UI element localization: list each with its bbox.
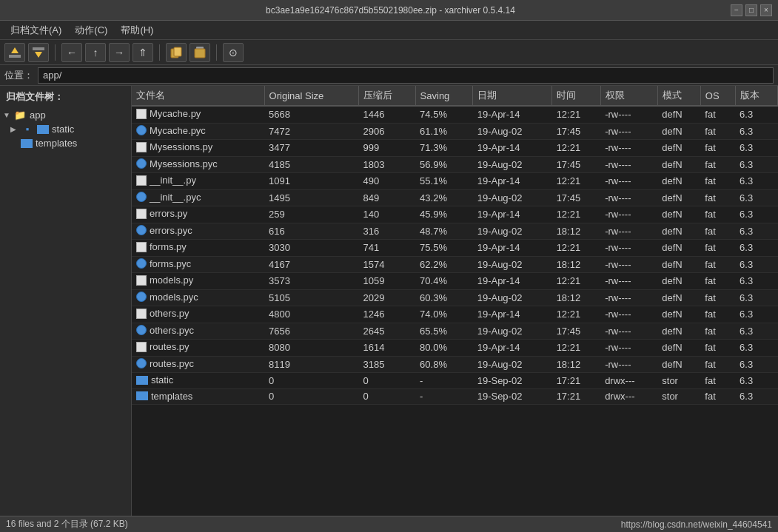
cell-os: fat	[700, 340, 735, 357]
cell-compressed: 1059	[359, 273, 415, 290]
status-left: 16 files and 2 个目录 (67.2 KB)	[6, 518, 128, 531]
menu-file[interactable]: 归档文件(A)	[4, 22, 67, 38]
cell-time: 12:21	[552, 106, 601, 123]
table-row[interactable]: forms.py303074175.5%19-Apr-1412:21-rw---…	[132, 240, 778, 257]
cell-perm: -rw----	[600, 189, 657, 206]
extract-button[interactable]	[28, 43, 49, 62]
cell-time: 17:21	[552, 388, 601, 405]
col-filename[interactable]: 文件名	[132, 86, 264, 106]
status-right: https://blog.csdn.net/weixin_44604541	[621, 519, 772, 530]
cell-filename: errors.py	[132, 206, 264, 223]
cell-mode: stor	[657, 388, 700, 405]
svg-rect-2	[33, 47, 44, 50]
cell-saving: 75.5%	[415, 240, 473, 257]
close-button[interactable]: ×	[760, 4, 772, 16]
col-time[interactable]: 时间	[552, 86, 601, 106]
copy-button[interactable]	[166, 43, 187, 62]
table-row[interactable]: forms.pyc4167157462.2%19-Aug-0218:12-rw-…	[132, 256, 778, 273]
col-saving[interactable]: Saving	[415, 86, 473, 106]
table-row[interactable]: errors.py25914045.9%19-Apr-1412:21-rw---…	[132, 206, 778, 223]
forward-button[interactable]: →	[109, 43, 130, 62]
cell-mode: defN	[657, 156, 700, 173]
cell-filename: forms.py	[132, 240, 264, 257]
stop-button[interactable]: ⊙	[223, 43, 244, 62]
paste-icon	[193, 46, 207, 59]
cell-date: 19-Apr-14	[473, 140, 552, 157]
col-ver[interactable]: 版本	[735, 86, 777, 106]
cell-os: fat	[700, 156, 735, 173]
pyc-file-icon	[136, 158, 147, 169]
maximize-button[interactable]: □	[745, 4, 757, 16]
tree-item-app[interactable]: ▼ 📁 app	[0, 108, 131, 122]
col-date[interactable]: 日期	[473, 86, 552, 106]
cell-ver: 6.3	[735, 356, 777, 373]
table-row[interactable]: routes.py8080161480.0%19-Apr-1412:21-rw-…	[132, 340, 778, 357]
paste-button[interactable]	[190, 43, 210, 62]
cell-mode: defN	[657, 140, 700, 157]
cell-origsize: 259	[264, 206, 359, 223]
table-row[interactable]: templates00-19-Sep-0217:21drwx---storfat…	[132, 388, 778, 405]
col-mode[interactable]: 模式	[657, 86, 700, 106]
table-row[interactable]: others.py4800124674.0%19-Apr-1412:21-rw-…	[132, 306, 778, 323]
toolbar: ← ↑ → ⇑ ⊙	[0, 40, 778, 65]
menu-help[interactable]: 帮助(H)	[115, 22, 159, 38]
cell-filename: __init__.py	[132, 173, 264, 190]
table-row[interactable]: static00-19-Sep-0217:21drwx---storfat6.3	[132, 373, 778, 389]
cell-perm: -rw----	[600, 306, 657, 323]
pyc-file-icon	[136, 325, 147, 335]
table-row[interactable]: models.py3573105970.4%19-Apr-1412:21-rw-…	[132, 273, 778, 290]
cell-time: 18:12	[552, 223, 601, 240]
table-row[interactable]: models.pyc5105202960.3%19-Aug-0218:12-rw…	[132, 289, 778, 306]
cell-os: fat	[700, 256, 735, 273]
table-row[interactable]: Mycache.pyc7472290661.1%19-Aug-0217:45-r…	[132, 123, 778, 140]
window-controls[interactable]: − □ ×	[731, 4, 772, 16]
up-button[interactable]: ↑	[85, 43, 106, 62]
menu-action[interactable]: 动作(C)	[69, 22, 113, 38]
cell-date: 19-Aug-02	[473, 156, 552, 173]
cell-date: 19-Aug-02	[473, 289, 552, 306]
cell-saving: 74.0%	[415, 306, 473, 323]
cell-mode: stor	[657, 373, 700, 389]
cell-os: fat	[700, 289, 735, 306]
cell-origsize: 3030	[264, 240, 359, 257]
table-row[interactable]: routes.pyc8119318560.8%19-Aug-0218:12-rw…	[132, 356, 778, 373]
table-row[interactable]: errors.pyc61631648.7%19-Aug-0218:12-rw--…	[132, 223, 778, 240]
cell-mode: defN	[657, 123, 700, 140]
col-perm[interactable]: 权限	[600, 86, 657, 106]
cell-os: fat	[700, 123, 735, 140]
tree-item-templates[interactable]: templates	[0, 136, 131, 150]
cell-os: fat	[700, 323, 735, 340]
dir-icon	[136, 376, 148, 385]
cell-ver: 6.3	[735, 156, 777, 173]
cell-perm: -rw----	[600, 240, 657, 257]
svg-rect-0	[9, 55, 21, 58]
cell-saving: 60.8%	[415, 356, 473, 373]
cell-perm: -rw----	[600, 173, 657, 190]
table-row[interactable]: others.pyc7656264565.5%19-Aug-0217:45-rw…	[132, 323, 778, 340]
cell-origsize: 4167	[264, 256, 359, 273]
file-area[interactable]: 文件名 Original Size 压缩后 Saving 日期 时间 权限 模式…	[132, 86, 778, 516]
table-row[interactable]: __init__.pyc149584943.2%19-Aug-0217:45-r…	[132, 189, 778, 206]
table-row[interactable]: Mysessions.py347799971.3%19-Apr-1412:21-…	[132, 140, 778, 157]
table-row[interactable]: Mysessions.pyc4185180356.9%19-Aug-0217:4…	[132, 156, 778, 173]
col-origsize[interactable]: Original Size	[264, 86, 359, 106]
tree-item-static[interactable]: ▶ ▪ static	[0, 122, 131, 136]
cell-compressed: 1614	[359, 340, 415, 357]
col-os[interactable]: OS	[700, 86, 735, 106]
col-compressed[interactable]: 压缩后	[359, 86, 415, 106]
py-file-icon	[136, 109, 147, 119]
location-input[interactable]	[38, 67, 774, 84]
cell-compressed: 999	[359, 140, 415, 157]
cell-compressed: 1446	[359, 106, 415, 123]
cell-perm: drwx---	[600, 373, 657, 389]
back-button[interactable]: ←	[61, 43, 82, 62]
cell-saving: 45.9%	[415, 206, 473, 223]
cell-ver: 6.3	[735, 256, 777, 273]
add-button[interactable]	[4, 43, 25, 62]
home-button[interactable]: ⇑	[133, 43, 153, 62]
cell-origsize: 0	[264, 388, 359, 405]
cell-time: 12:21	[552, 340, 601, 357]
minimize-button[interactable]: −	[731, 4, 742, 16]
table-row[interactable]: __init__.py109149055.1%19-Apr-1412:21-rw…	[132, 173, 778, 190]
table-row[interactable]: Mycache.py5668144674.5%19-Apr-1412:21-rw…	[132, 106, 778, 123]
